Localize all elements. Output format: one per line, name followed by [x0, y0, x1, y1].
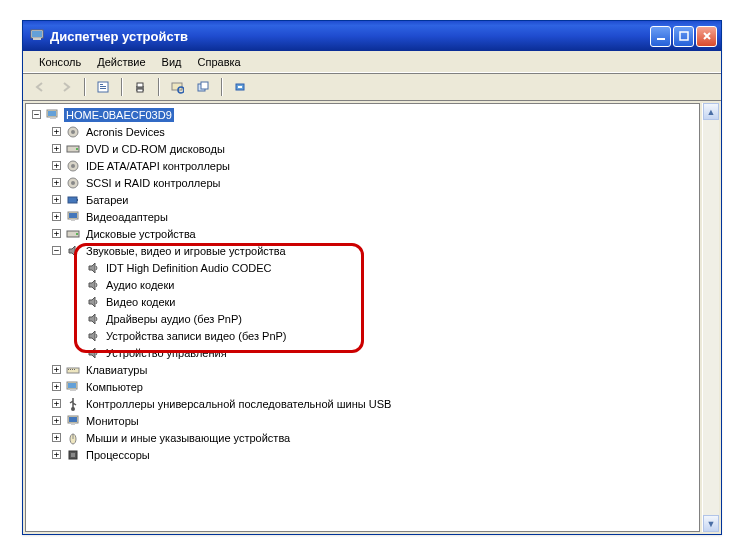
tree-category-expanded[interactable]: −Звуковые, видео и игровые устройства — [28, 242, 697, 259]
device-label: Мыши и иные указывающие устройства — [84, 431, 292, 445]
expander-icon[interactable]: − — [52, 246, 61, 255]
device-icon — [65, 447, 81, 463]
svg-rect-29 — [68, 197, 77, 203]
svg-rect-6 — [100, 84, 103, 85]
expander-icon[interactable]: + — [52, 399, 61, 408]
device-label: Звуковые, видео и игровые устройства — [84, 244, 288, 258]
tree-category[interactable]: +Компьютер — [28, 378, 697, 395]
svg-rect-30 — [77, 199, 78, 201]
device-label: Компьютер — [84, 380, 145, 394]
tree-category[interactable]: +Видеоадаптеры — [28, 208, 697, 225]
tree-category[interactable]: +Контроллеры универсальной последователь… — [28, 395, 697, 412]
vertical-scrollbar[interactable]: ▲ ▼ — [702, 103, 719, 532]
expander-icon[interactable]: + — [52, 127, 61, 136]
tree-category[interactable]: +Мониторы — [28, 412, 697, 429]
tree-device-item[interactable]: Видео кодеки — [28, 293, 697, 310]
expander-icon[interactable]: + — [52, 229, 61, 238]
scan-button[interactable] — [166, 76, 188, 98]
print-button[interactable] — [129, 76, 151, 98]
device-label: Acronis Devices — [84, 125, 167, 139]
expander-icon[interactable]: + — [52, 433, 61, 442]
scroll-track[interactable] — [703, 120, 719, 515]
svg-rect-51 — [71, 453, 75, 457]
expander-icon[interactable]: + — [52, 195, 61, 204]
tree-device-item[interactable]: Устройство управления — [28, 344, 697, 361]
device-label: HOME-0BAECF03D9 — [64, 108, 174, 122]
device-icon — [65, 243, 81, 259]
svg-rect-36 — [67, 368, 79, 373]
expander-icon[interactable]: + — [52, 416, 61, 425]
device-label: IDE ATA/ATAPI контроллеры — [84, 159, 232, 173]
scroll-down-button[interactable]: ▼ — [703, 515, 719, 532]
device-icon — [45, 107, 61, 123]
tree-category[interactable]: +SCSI и RAID контроллеры — [28, 174, 697, 191]
device-label: Видеоадаптеры — [84, 210, 170, 224]
expander-icon[interactable]: + — [52, 365, 61, 374]
expander-icon[interactable]: + — [52, 212, 61, 221]
svg-rect-38 — [70, 369, 71, 370]
menu-view[interactable]: Вид — [154, 54, 190, 70]
svg-rect-1 — [33, 38, 41, 40]
device-icon — [65, 362, 81, 378]
device-label: Контроллеры универсальной последовательн… — [84, 397, 393, 411]
device-icon — [65, 430, 81, 446]
device-label: Батареи — [84, 193, 131, 207]
menu-console[interactable]: Консоль — [31, 54, 89, 70]
expander-icon[interactable]: + — [52, 161, 61, 170]
svg-rect-39 — [72, 369, 73, 370]
expander-icon[interactable]: − — [32, 110, 41, 119]
svg-rect-2 — [32, 31, 42, 37]
menu-action[interactable]: Действие — [89, 54, 153, 70]
tree-category[interactable]: +Клавиатуры — [28, 361, 697, 378]
device-label: Мониторы — [84, 414, 141, 428]
titlebar[interactable]: Диспетчер устройств — [23, 21, 721, 51]
update-button[interactable] — [192, 76, 214, 98]
forward-button — [55, 76, 77, 98]
svg-rect-15 — [201, 82, 208, 89]
tree-category[interactable]: +Дисковые устройства — [28, 225, 697, 242]
svg-rect-17 — [238, 86, 242, 88]
close-button[interactable] — [696, 26, 717, 47]
expander-icon[interactable]: + — [52, 450, 61, 459]
device-icon — [65, 141, 81, 157]
show-hidden-button[interactable] — [229, 76, 251, 98]
svg-rect-46 — [69, 417, 77, 422]
svg-rect-33 — [71, 219, 75, 221]
svg-rect-8 — [100, 88, 106, 89]
device-label: Устройство управления — [104, 346, 229, 360]
toolbar — [23, 73, 721, 101]
back-button — [29, 76, 51, 98]
expander-icon[interactable]: + — [52, 144, 61, 153]
svg-point-24 — [76, 148, 78, 150]
svg-rect-11 — [137, 89, 143, 92]
tree-category[interactable]: +Мыши и иные указывающие устройства — [28, 429, 697, 446]
properties-button[interactable] — [92, 76, 114, 98]
tree-root-node[interactable]: −HOME-0BAECF03D9 — [28, 106, 697, 123]
tree-category[interactable]: +Процессоры — [28, 446, 697, 463]
app-icon — [29, 27, 45, 46]
minimize-button[interactable] — [650, 26, 671, 47]
expander-icon[interactable]: + — [52, 178, 61, 187]
tree-category[interactable]: +Acronis Devices — [28, 123, 697, 140]
tree-device-item[interactable]: Устройства записи видео (без PnP) — [28, 327, 697, 344]
svg-point-35 — [76, 233, 78, 235]
tree-device-item[interactable]: IDT High Definition Audio CODEC — [28, 259, 697, 276]
svg-point-22 — [71, 130, 75, 134]
tree-category[interactable]: +Батареи — [28, 191, 697, 208]
device-tree[interactable]: −HOME-0BAECF03D9+Acronis Devices+DVD и C… — [25, 103, 700, 532]
scroll-up-button[interactable]: ▲ — [703, 103, 719, 120]
device-icon — [65, 226, 81, 242]
maximize-button[interactable] — [673, 26, 694, 47]
device-label: Процессоры — [84, 448, 152, 462]
tree-category[interactable]: +IDE ATA/ATAPI контроллеры — [28, 157, 697, 174]
tree-device-item[interactable]: Аудио кодеки — [28, 276, 697, 293]
device-icon — [65, 124, 81, 140]
tree-category[interactable]: +DVD и CD-ROM дисководы — [28, 140, 697, 157]
device-icon — [85, 328, 101, 344]
tree-device-item[interactable]: Драйверы аудио (без PnP) — [28, 310, 697, 327]
svg-point-26 — [71, 164, 75, 168]
window-title: Диспетчер устройств — [50, 29, 188, 44]
menu-help[interactable]: Справка — [190, 54, 249, 70]
expander-icon[interactable]: + — [52, 382, 61, 391]
svg-rect-32 — [69, 213, 77, 218]
